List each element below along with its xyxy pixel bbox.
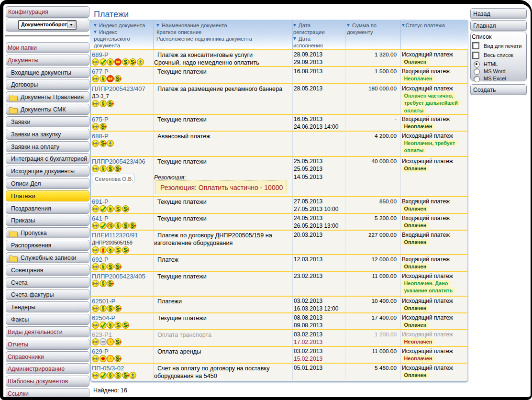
svg-text:$: $ [116, 356, 119, 362]
svg-text:$: $ [123, 247, 127, 254]
svg-text:$: $ [131, 222, 134, 229]
svg-text:$: $ [116, 166, 119, 172]
svg-text:§: § [101, 305, 105, 312]
svg-text:§: § [101, 165, 105, 172]
svg-text:$: $ [101, 140, 104, 147]
svg-text:§: § [101, 75, 105, 82]
svg-text:$: $ [123, 322, 127, 329]
svg-text:$: $ [109, 280, 112, 287]
svg-text:$: $ [109, 100, 112, 107]
svg-text:$: $ [116, 247, 120, 254]
svg-text:§: § [101, 263, 105, 270]
svg-text:§: § [116, 222, 120, 229]
svg-text:$: $ [116, 206, 120, 212]
svg-text:§: § [101, 280, 105, 287]
svg-text:§: § [109, 372, 112, 379]
svg-text:$: $ [131, 59, 134, 66]
svg-text:§: § [109, 58, 112, 66]
svg-text:§: § [109, 246, 112, 254]
svg-text:$: $ [123, 372, 127, 379]
svg-text:$: $ [109, 166, 112, 172]
svg-text:§: § [101, 100, 105, 107]
svg-text:$: $ [124, 222, 127, 229]
svg-text:$: $ [116, 305, 119, 312]
svg-text:$: $ [116, 339, 119, 345]
svg-text:$: $ [123, 206, 127, 212]
svg-text:$: $ [116, 264, 119, 270]
svg-text:§: § [109, 205, 112, 212]
svg-text:$: $ [116, 76, 119, 82]
svg-text:$: $ [116, 322, 120, 329]
svg-text:$: $ [101, 123, 104, 130]
svg-text:$: $ [116, 372, 120, 379]
svg-text:$: $ [124, 59, 127, 66]
svg-text:§: § [109, 322, 112, 329]
svg-text:$: $ [109, 264, 112, 270]
svg-text:$: $ [109, 305, 112, 312]
svg-text:§: § [110, 222, 113, 229]
